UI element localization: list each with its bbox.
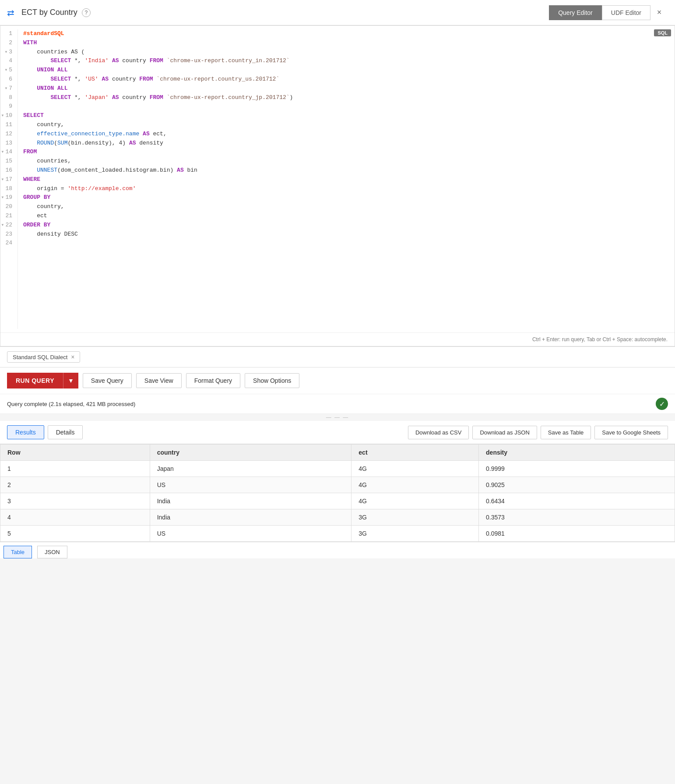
code-line-24 (23, 239, 669, 248)
code-line-18: origin = 'http://example.com' (23, 184, 669, 194)
code-line-19: GROUP BY (23, 193, 669, 202)
cell-r4-c3: 0.3573 (479, 509, 675, 526)
save-query-button[interactable]: Save Query (83, 373, 132, 388)
line-14-num: ▼14 (4, 148, 14, 157)
results-tab-results[interactable]: Results (7, 425, 44, 439)
code-line-22: ORDER BY (23, 221, 669, 230)
save-sheets-button[interactable]: Save to Google Sheets (594, 426, 668, 439)
dialect-close-icon[interactable]: × (71, 353, 74, 360)
close-button[interactable]: × (650, 4, 668, 21)
cell-r5-c1: US (150, 526, 352, 542)
line-16-num: 16 (4, 166, 14, 175)
cell-r5-c0: 5 (0, 526, 150, 542)
col-header-row: Row (0, 445, 150, 461)
cell-r4-c0: 4 (0, 509, 150, 526)
line-11-num: 11 (4, 120, 14, 130)
success-icon: ✓ (656, 398, 668, 410)
table-row: 4India3G0.3573 (0, 509, 675, 526)
code-line-1: #standardSQL (23, 29, 669, 39)
sql-badge: SQL (654, 29, 671, 36)
line-21-num: 21 (4, 212, 14, 221)
code-line-8: SELECT *, 'Japan' AS country FROM `chrom… (23, 93, 669, 102)
line-8-num: 8 (4, 93, 14, 102)
code-line-4: SELECT *, 'India' AS country FROM `chrom… (23, 57, 669, 66)
line-23-num: 23 (4, 230, 14, 239)
line-20-num: 20 (4, 202, 14, 212)
cell-r1-c0: 1 (0, 461, 150, 477)
line-15-num: 15 (4, 157, 14, 166)
code-area[interactable]: 1 2 ▼3 4 ▼5 6 ▼7 8 9 ▼10 11 12 13 ▼14 15… (0, 26, 675, 332)
dialect-label: Standard SQL Dialect (13, 354, 67, 360)
save-table-button[interactable]: Save as Table (541, 426, 591, 439)
table-header-row: Row country ect density (0, 445, 675, 461)
shortcut-hint: Ctrl + Enter: run query, Tab or Ctrl + S… (532, 336, 668, 343)
run-query-wrap: RUN QUERY ▼ (7, 373, 78, 388)
code-line-9 (23, 102, 669, 111)
code-line-6: SELECT *, 'US' AS country FROM `chrome-u… (23, 75, 669, 84)
dialect-tag[interactable]: Standard SQL Dialect × (7, 351, 80, 363)
code-line-17: WHERE (23, 175, 669, 184)
code-lines[interactable]: #standardSQL WITH countries AS ( SELECT … (18, 29, 675, 329)
header: ⇄ ECT by Country ? Query Editor UDF Edit… (0, 0, 675, 25)
show-options-button[interactable]: Show Options (245, 373, 299, 388)
editor-footer: Ctrl + Enter: run query, Tab or Ctrl + S… (0, 332, 675, 346)
tab-udf-editor[interactable]: UDF Editor (602, 5, 650, 20)
cell-r3-c0: 3 (0, 493, 150, 509)
cell-r2-c2: 4G (352, 477, 479, 493)
table-row: 3India4G0.6434 (0, 493, 675, 509)
cell-r1-c3: 0.9999 (479, 461, 675, 477)
code-line-5: UNION ALL (23, 66, 669, 75)
cell-r5-c3: 0.0981 (479, 526, 675, 542)
line-13-num: 13 (4, 139, 14, 148)
run-query-button[interactable]: RUN QUERY (7, 373, 63, 388)
download-csv-button[interactable]: Download as CSV (408, 426, 469, 439)
cell-r3-c1: India (150, 493, 352, 509)
line-7-num: ▼7 (4, 84, 14, 93)
line-24-num: 24 (4, 239, 14, 248)
results-tab-details[interactable]: Details (48, 425, 83, 439)
results-header: Results Details Download as CSV Download… (0, 421, 675, 444)
cell-r2-c0: 2 (0, 477, 150, 493)
results-panel: Results Details Download as CSV Download… (0, 421, 675, 558)
code-line-13: ROUND(SUM(bin.density), 4) AS density (23, 139, 669, 148)
code-line-15: countries, (23, 157, 669, 166)
line-3-num: ▼3 (4, 48, 14, 57)
code-line-7: UNION ALL (23, 84, 669, 93)
save-view-button[interactable]: Save View (136, 373, 182, 388)
download-json-button[interactable]: Download as JSON (472, 426, 537, 439)
table-row: 2US4G0.9025 (0, 477, 675, 493)
cell-r3-c2: 4G (352, 493, 479, 509)
action-bar: RUN QUERY ▼ Save Query Save View Format … (0, 367, 675, 394)
line-19-num: ▼19 (4, 193, 14, 202)
header-left: ⇄ ECT by Country ? (7, 7, 91, 18)
code-line-3: countries AS ( (23, 48, 669, 57)
tab-query-editor[interactable]: Query Editor (549, 5, 602, 20)
line-4-num: 4 (4, 57, 14, 66)
run-query-dropdown[interactable]: ▼ (63, 373, 78, 388)
cell-r1-c1: Japan (150, 461, 352, 477)
code-line-2: WITH (23, 39, 669, 48)
help-icon[interactable]: ? (82, 8, 91, 17)
drag-divider[interactable]: — — — (0, 414, 675, 421)
code-line-23: density DESC (23, 230, 669, 239)
code-line-16: UNNEST(dom_content_loaded.histogram.bin)… (23, 166, 669, 175)
code-line-20: country, (23, 202, 669, 212)
table-row: 1Japan4G0.9999 (0, 461, 675, 477)
line-18-num: 18 (4, 184, 14, 194)
col-header-density: density (479, 445, 675, 461)
line-17-num: ▼17 (4, 175, 14, 184)
drag-handle: — — — (326, 414, 349, 420)
line-5-num: ▼5 (4, 66, 14, 75)
bottom-tab-table[interactable]: Table (4, 546, 32, 558)
cell-r2-c1: US (150, 477, 352, 493)
link-icon: ⇄ (7, 7, 14, 18)
cell-r1-c2: 4G (352, 461, 479, 477)
code-line-14: FROM (23, 148, 669, 157)
status-message: Query complete (2.1s elapsed, 421 MB pro… (7, 401, 135, 407)
cell-r4-c1: India (150, 509, 352, 526)
code-editor: SQL 1 2 ▼3 4 ▼5 6 ▼7 8 9 ▼10 11 12 13 ▼1… (0, 25, 675, 346)
code-line-12: effective_connection_type.name AS ect, (23, 130, 669, 139)
format-query-button[interactable]: Format Query (186, 373, 240, 388)
bottom-tab-json[interactable]: JSON (37, 546, 67, 558)
code-line-21: ect (23, 212, 669, 221)
